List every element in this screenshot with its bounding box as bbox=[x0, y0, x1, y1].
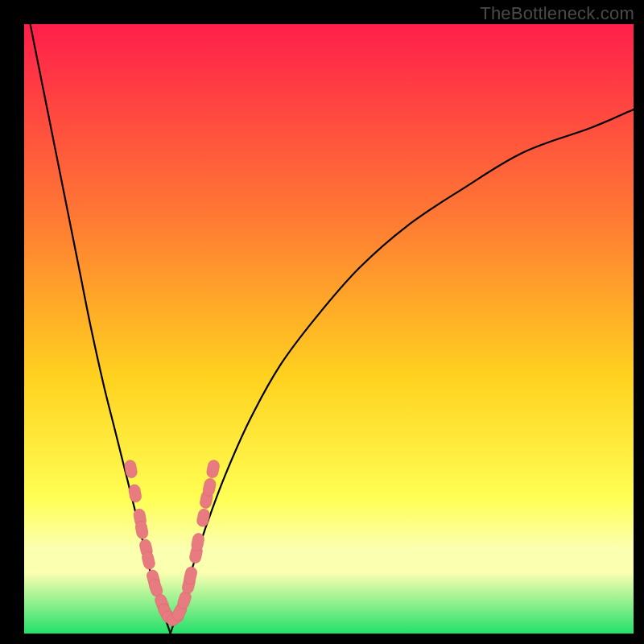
plot-background bbox=[24, 24, 634, 634]
watermark-text: TheBottleneck.com bbox=[480, 3, 634, 24]
chart-frame: TheBottleneck.com bbox=[0, 0, 644, 644]
bottleneck-chart bbox=[0, 0, 644, 644]
